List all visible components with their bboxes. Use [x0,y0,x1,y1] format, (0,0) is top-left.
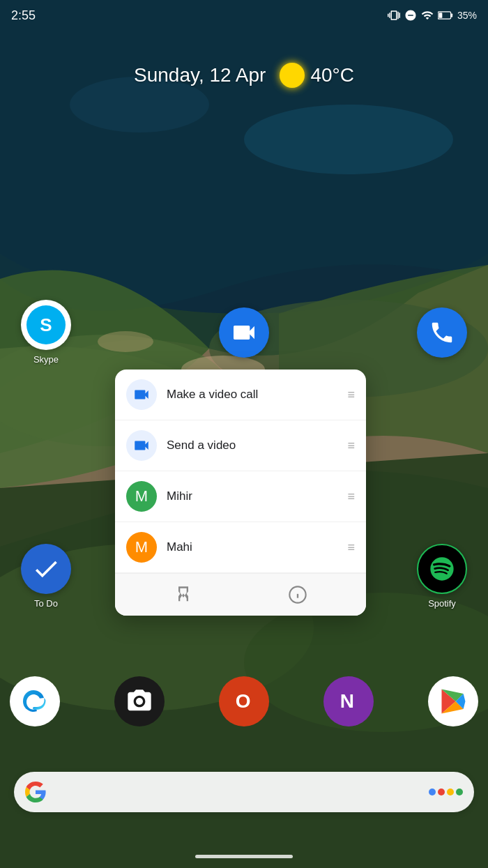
mihir-drag-handle: ≡ [347,489,355,504]
send-video-icon-wrapper [126,430,157,461]
home-indicator[interactable] [195,855,293,858]
mihir-contact-item[interactable]: M Mihir ≡ [115,471,366,522]
hourglass-icon-wrapper[interactable] [169,581,197,609]
make-video-call-drag-handle: ≡ [347,388,355,402]
onenote-logo-icon: N [334,687,363,716]
todo-checkmark-icon [31,554,61,584]
bottom-apps-row: O N [10,676,478,726]
google-dot-yellow [447,789,454,795]
status-time: 2:55 [11,8,36,23]
todo-app[interactable]: To Do [21,544,71,609]
mahi-drag-handle: ≡ [347,540,355,555]
battery-icon [438,10,453,20]
google-dot-blue [429,789,436,795]
skype-label: Skype [33,354,59,365]
phone-icon [417,307,467,358]
svg-point-17 [136,698,143,705]
onenote-app[interactable]: N [323,676,374,726]
info-icon-wrapper[interactable] [284,581,312,609]
google-assistant-dots [429,789,463,795]
svg-text:O: O [236,690,251,712]
phone-app[interactable] [417,307,467,358]
send-video-drag-handle: ≡ [347,439,355,453]
camera-icon [114,676,165,726]
make-video-call-icon [132,386,151,404]
make-video-call-item[interactable]: Make a video call ≡ [115,370,366,420]
context-menu: Make a video call ≡ Send a video ≡ M Mih… [115,370,366,616]
status-icons: 35% [388,9,477,22]
battery-percent: 35% [457,10,477,21]
google-search-bar[interactable] [14,772,474,812]
spotify-music-icon [428,555,456,583]
svg-rect-11 [451,13,453,17]
edge-app[interactable] [10,676,60,726]
top-apps-row: S Skype [21,300,467,365]
date-weather-widget: Sunday, 12 Apr 40°C [0,63,488,88]
edge-icon [10,676,60,726]
menu-bottom-row [115,573,366,616]
video-camera-icon [230,319,258,347]
spotify-app[interactable]: Spotify [417,544,467,609]
skype-icon: S [21,300,71,350]
video-icon [219,307,269,358]
mihir-label: Mihir [167,489,337,503]
phone-call-icon [429,319,455,346]
google-g-icon [25,782,46,802]
google-dot-green [456,789,463,795]
mihir-avatar: M [126,481,157,512]
skype-inner-icon: S [26,305,66,344]
temperature-display: 40°C [310,64,354,86]
send-video-label: Send a video [167,439,337,452]
svg-point-8 [244,105,453,174]
wifi-icon [421,9,434,22]
vibrate-icon [388,9,400,22]
camera-lens-icon [125,687,153,715]
mahi-avatar: M [126,532,157,563]
office-app[interactable]: O [219,676,269,726]
svg-point-16 [17,684,52,719]
playstore-app[interactable] [428,676,478,726]
send-video-icon [132,436,151,455]
sun-icon [280,63,305,88]
skype-app[interactable]: S Skype [21,300,71,365]
google-dot-red [438,789,445,795]
office-logo-icon: O [229,687,259,716]
spotify-icon [417,544,467,594]
weather-section: 40°C [280,63,354,88]
todo-icon [21,544,71,594]
playstore-triangle-icon [438,686,468,717]
mahi-label: Mahi [167,540,337,554]
date-display: Sunday, 12 Apr [134,64,266,86]
playstore-icon [428,676,478,726]
info-icon [288,585,307,604]
mahi-contact-item[interactable]: M Mahi ≡ [115,522,366,573]
make-video-call-icon-wrapper [126,379,157,410]
todo-label: To Do [34,598,58,609]
hourglass-icon [174,585,193,604]
office-icon: O [219,676,269,726]
spotify-label: Spotify [428,598,456,609]
camera-app[interactable] [114,676,165,726]
edge-browser-icon [17,684,52,719]
status-bar: 2:55 35% [0,0,488,31]
onenote-icon: N [323,676,374,726]
svg-rect-12 [439,13,442,18]
svg-text:N: N [340,690,354,712]
send-video-item[interactable]: Send a video ≡ [115,420,366,471]
dnd-icon [404,9,417,22]
video-app[interactable] [219,307,269,358]
make-video-call-label: Make a video call [167,388,337,402]
